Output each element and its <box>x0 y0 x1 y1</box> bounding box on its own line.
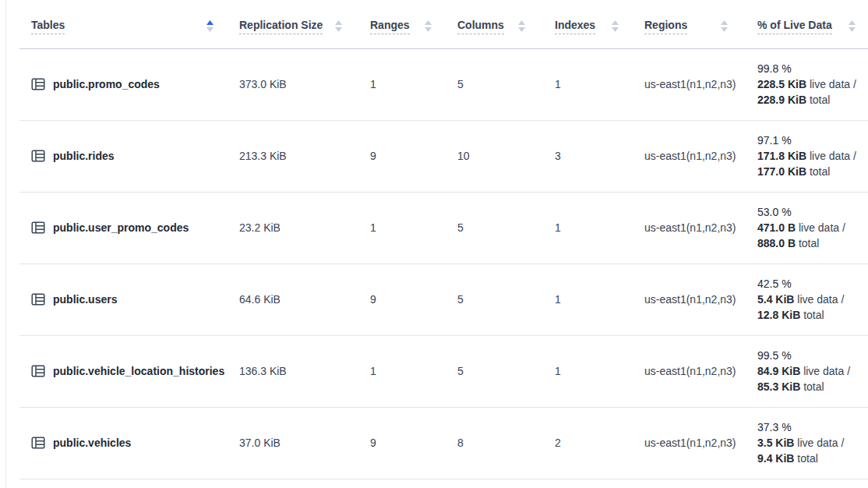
replication-size-cell: 136.3 KiB <box>226 335 355 407</box>
table-row: public.users 64.6 KiB 9 5 1 us-east1(n1,… <box>19 263 868 335</box>
table-row: public.vehicle_location_histories 136.3 … <box>19 335 868 407</box>
live-data-size-line: 84.9 KiB live data / <box>757 363 856 379</box>
live-data-size-line: 5.4 KiB live data / <box>757 292 856 307</box>
regions-cell: us-east1(n1,n2,n3) <box>631 263 740 335</box>
live-data-cell: 42.5 % 5.4 KiB live data / 12.8 KiB tota… <box>740 263 868 335</box>
replication-size-cell: 373.0 KiB <box>226 48 355 120</box>
regions-cell: us-east1(n1,n2,n3) <box>631 407 740 479</box>
replication-size-cell: 37.0 KiB <box>226 407 355 479</box>
table-name-link[interactable]: public.promo_codes <box>53 78 160 90</box>
live-data-percent: 37.3 % <box>757 419 856 435</box>
total-data-size-line: 888.0 B total <box>757 235 856 251</box>
ranges-cell: 9 <box>355 407 444 479</box>
total-data-size-line: 12.8 KiB total <box>757 307 856 323</box>
table-name-cell: public.user_promo_codes <box>19 192 226 263</box>
sort-carets-icon[interactable] <box>612 20 619 32</box>
live-data-percent: 53.0 % <box>757 204 856 220</box>
table-name-cell: public.promo_codes <box>19 48 226 120</box>
table-name-cell: public.vehicles <box>19 407 226 479</box>
total-data-size-line: 228.9 KiB total <box>757 92 856 108</box>
regions-cell: us-east1(n1,n2,n3) <box>631 48 740 120</box>
column-header[interactable]: Regions <box>631 5 740 48</box>
ranges-cell: 9 <box>355 120 444 192</box>
live-data-cell: 99.5 % 84.9 KiB live data / 85.3 KiB tot… <box>740 335 868 407</box>
live-data-percent: 42.5 % <box>757 276 856 292</box>
table-row: public.rides 213.3 KiB 9 10 3 us-east1(n… <box>19 120 868 192</box>
live-data-size-line: 3.5 KiB live data / <box>757 435 856 451</box>
table-name-link[interactable]: public.users <box>53 293 117 306</box>
indexes-cell: 1 <box>538 263 631 335</box>
column-header-label[interactable]: Indexes <box>555 19 595 34</box>
column-header[interactable]: Indexes <box>538 5 631 48</box>
regions-cell: us-east1(n1,n2,n3) <box>631 335 740 407</box>
table-icon <box>31 77 45 91</box>
table-icon <box>31 436 45 450</box>
table-icon <box>31 221 45 235</box>
columns-cell: 5 <box>444 263 538 335</box>
indexes-cell: 1 <box>538 335 631 407</box>
sort-carets-icon[interactable] <box>206 20 213 32</box>
sort-carets-icon[interactable] <box>335 20 342 32</box>
sort-carets-icon[interactable] <box>721 20 728 32</box>
column-header[interactable]: % of Live Data <box>740 5 868 48</box>
total-data-size-line: 85.3 KiB total <box>757 379 856 394</box>
table-name-link[interactable]: public.vehicles <box>53 437 131 449</box>
columns-cell: 8 <box>444 407 538 479</box>
live-data-cell: 97.1 % 171.8 KiB live data / 177.0 KiB t… <box>740 120 868 192</box>
table-icon <box>31 292 45 306</box>
table-name-link[interactable]: public.vehicle_location_histories <box>53 365 224 377</box>
indexes-cell: 3 <box>538 120 631 192</box>
table-name-cell: public.rides <box>19 120 226 192</box>
live-data-percent: 99.8 % <box>757 61 856 76</box>
column-header[interactable]: Tables <box>19 5 226 48</box>
column-header-label[interactable]: Tables <box>31 19 65 34</box>
live-data-size-line: 171.8 KiB live data / <box>757 148 856 164</box>
indexes-cell: 1 <box>538 48 631 120</box>
replication-size-cell: 64.6 KiB <box>226 263 355 335</box>
replication-size-cell: 213.3 KiB <box>226 120 355 192</box>
live-data-cell: 53.0 % 471.0 B live data / 888.0 B total <box>740 192 868 263</box>
tables-list-page: Tables Replication Size Ranges <box>5 0 868 488</box>
regions-cell: us-east1(n1,n2,n3) <box>631 120 740 192</box>
ranges-cell: 1 <box>355 48 444 120</box>
regions-cell: us-east1(n1,n2,n3) <box>631 192 740 263</box>
sort-carets-icon[interactable] <box>518 20 525 32</box>
header-row: Tables Replication Size Ranges <box>19 5 868 48</box>
column-header[interactable]: Ranges <box>355 5 444 48</box>
replication-size-cell: 23.2 KiB <box>226 192 355 263</box>
live-data-size-line: 228.5 KiB live data / <box>757 76 856 92</box>
total-data-size-line: 177.0 KiB total <box>757 164 856 179</box>
table-row: public.user_promo_codes 23.2 KiB 1 5 1 u… <box>19 192 868 263</box>
sort-carets-icon[interactable] <box>849 20 856 32</box>
indexes-cell: 2 <box>538 407 631 479</box>
column-header[interactable]: Replication Size <box>226 5 355 48</box>
sort-carets-icon[interactable] <box>425 20 432 32</box>
ranges-cell: 9 <box>355 263 444 335</box>
table-icon <box>31 149 45 163</box>
table-name-link[interactable]: public.user_promo_codes <box>53 221 189 234</box>
columns-cell: 5 <box>444 48 538 120</box>
indexes-cell: 1 <box>538 192 631 263</box>
live-data-size-line: 471.0 B live data / <box>757 220 856 235</box>
columns-cell: 5 <box>444 335 538 407</box>
column-header[interactable]: Columns <box>444 5 538 48</box>
ranges-cell: 1 <box>355 192 444 263</box>
live-data-percent: 99.5 % <box>757 348 856 363</box>
live-data-cell: 37.3 % 3.5 KiB live data / 9.4 KiB total <box>740 407 868 479</box>
column-header-label[interactable]: Replication Size <box>239 19 323 34</box>
column-header-label[interactable]: % of Live Data <box>757 19 832 34</box>
total-data-size-line: 9.4 KiB total <box>757 451 856 466</box>
columns-cell: 5 <box>444 192 538 263</box>
database-tables-table: Tables Replication Size Ranges <box>19 5 868 479</box>
column-header-label[interactable]: Columns <box>457 19 504 34</box>
table-name-link[interactable]: public.rides <box>53 150 115 162</box>
table-name-cell: public.vehicle_location_histories <box>19 335 226 407</box>
table-icon <box>31 364 45 378</box>
columns-cell: 10 <box>444 120 538 192</box>
ranges-cell: 1 <box>355 335 444 407</box>
column-header-label[interactable]: Regions <box>644 19 687 34</box>
table-row: public.vehicles 37.0 KiB 9 8 2 us-east1(… <box>19 407 868 479</box>
table-name-cell: public.users <box>19 263 226 335</box>
column-header-label[interactable]: Ranges <box>370 19 410 34</box>
live-data-percent: 97.1 % <box>757 133 856 148</box>
